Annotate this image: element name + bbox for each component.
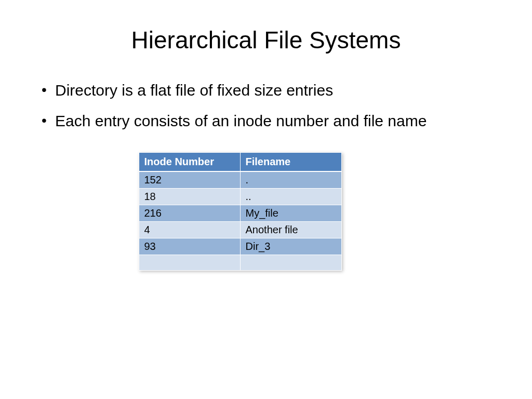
table-cell-inode: 216 xyxy=(139,205,240,222)
table-cell-filename: Another file xyxy=(240,222,341,238)
table-cell-inode: 93 xyxy=(139,238,240,255)
bullet-list: Directory is a flat file of fixed size e… xyxy=(36,80,496,131)
table-header-row: Inode Number Filename xyxy=(139,153,341,172)
table-cell-filename: .. xyxy=(240,189,341,205)
bullet-item: Each entry consists of an inode number a… xyxy=(36,111,496,132)
slide-title: Hierarchical File Systems xyxy=(36,26,496,54)
table-cell-inode: 152 xyxy=(139,171,240,189)
table-cell-inode xyxy=(139,255,240,271)
table-row: 93 Dir_3 xyxy=(139,238,341,255)
table-cell-inode: 18 xyxy=(139,189,240,205)
table-cell-filename: Dir_3 xyxy=(240,238,341,255)
table-row: 4 Another file xyxy=(139,222,341,238)
slide: Hierarchical File Systems Directory is a… xyxy=(0,0,532,297)
table-row: 152 . xyxy=(139,171,341,189)
table-header-inode: Inode Number xyxy=(139,153,240,172)
table-header-filename: Filename xyxy=(240,153,341,172)
table-cell-inode: 4 xyxy=(139,222,240,238)
table-row xyxy=(139,255,341,271)
table-cell-filename: . xyxy=(240,171,341,189)
table-row: 18 .. xyxy=(139,189,341,205)
inode-table: Inode Number Filename 152 . 18 .. 216 My… xyxy=(139,152,342,271)
bullet-item: Directory is a flat file of fixed size e… xyxy=(36,80,496,101)
table-container: Inode Number Filename 152 . 18 .. 216 My… xyxy=(0,152,496,271)
table-cell-filename xyxy=(240,255,341,271)
table-cell-filename: My_file xyxy=(240,205,341,222)
table-row: 216 My_file xyxy=(139,205,341,222)
